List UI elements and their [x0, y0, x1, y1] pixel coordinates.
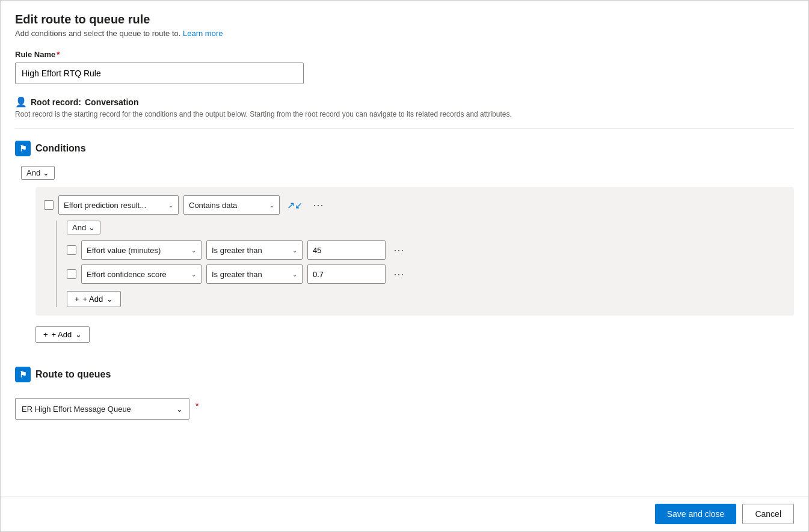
sub-field-select-2[interactable]: Effort confidence score ⌄ [81, 264, 201, 284]
sub-conditions: And ⌄ Effort value (minutes) ⌄ Is greate… [56, 221, 786, 307]
sub-condition-checkbox-1[interactable] [67, 245, 76, 255]
expand-button-top[interactable]: ↗↙ [285, 197, 305, 213]
route-to-queues-section: ⚑ Route to queues ER High Effort Message… [15, 367, 794, 420]
sub-condition-row-2: Effort confidence score ⌄ Is greater tha… [67, 264, 786, 284]
and-badge-nested[interactable]: And ⌄ [67, 221, 100, 234]
more-options-button-2[interactable]: ⋯ [390, 266, 407, 283]
footer-bar: Save and close Cancel [1, 496, 808, 531]
divider [15, 128, 794, 129]
root-record-desc: Root record is the starting record for t… [15, 110, 794, 118]
chevron-down-icon: ⌄ [269, 202, 274, 209]
route-section-header: ⚑ Route to queues [15, 367, 794, 382]
sub-condition-row-1: Effort value (minutes) ⌄ Is greater than… [67, 240, 786, 260]
field-select-top[interactable]: Effort prediction result... ⌄ [58, 195, 179, 215]
operator-select-top[interactable]: Contains data ⌄ [183, 195, 280, 215]
plus-icon: + [75, 295, 79, 304]
queue-select-row: ER High Effort Message Queue ⌄ * [15, 392, 794, 420]
condition-group: Effort prediction result... ⌄ Contains d… [35, 187, 794, 316]
rule-name-label: Rule Name* [15, 50, 794, 59]
sub-operator-select-2[interactable]: Is greater than ⌄ [206, 264, 303, 284]
page-subtitle: Add conditions and select the queue to r… [15, 29, 794, 38]
conditions-section-header: ⚑ Conditions [15, 141, 794, 156]
condition-row-top: Effort prediction result... ⌄ Contains d… [44, 195, 786, 215]
more-options-button-top[interactable]: ⋯ [310, 197, 327, 213]
sub-condition-checkbox-2[interactable] [67, 269, 76, 279]
cancel-button[interactable]: Cancel [742, 504, 794, 524]
chevron-down-icon: ⌄ [191, 247, 196, 254]
outer-add-wrapper: + + Add ⌄ [35, 324, 794, 343]
condition-checkbox-top[interactable] [44, 200, 54, 210]
chevron-down-icon: ⌄ [168, 202, 173, 209]
chevron-down-icon: ⌄ [292, 271, 297, 278]
queue-dropdown[interactable]: ER High Effort Message Queue ⌄ [15, 398, 189, 420]
chevron-down-icon: ⌄ [43, 168, 49, 177]
chevron-down-icon: ⌄ [75, 330, 82, 339]
outer-add-button[interactable]: + + Add ⌄ [35, 326, 90, 343]
route-section-title: Route to queues [35, 369, 111, 380]
page-title: Edit route to queue rule [15, 13, 794, 26]
chevron-down-icon: ⌄ [292, 247, 297, 254]
route-icon: ⚑ [15, 367, 31, 382]
conditions-title: Conditions [35, 143, 86, 154]
queue-required-star: * [195, 401, 198, 411]
sub-value-input-1[interactable] [307, 240, 386, 260]
learn-more-link[interactable]: Learn more [183, 29, 223, 38]
more-options-button-1[interactable]: ⋯ [390, 242, 407, 258]
chevron-down-icon: ⌄ [88, 223, 95, 232]
chevron-down-icon: ⌄ [176, 405, 183, 414]
rule-name-input[interactable] [15, 63, 304, 84]
save-close-button[interactable]: Save and close [655, 504, 737, 524]
chevron-down-icon: ⌄ [106, 295, 113, 304]
plus-icon: + [43, 330, 48, 339]
and-badge-outer[interactable]: And ⌄ [21, 166, 55, 180]
root-record-icon: 👤 [15, 96, 27, 108]
sub-operator-select-1[interactable]: Is greater than ⌄ [206, 240, 303, 260]
page-wrapper: Edit route to queue rule Add conditions … [0, 0, 809, 532]
sub-field-select-1[interactable]: Effort value (minutes) ⌄ [81, 240, 201, 260]
conditions-area: And ⌄ Effort prediction result... ⌄ Cont… [21, 166, 794, 343]
conditions-icon: ⚑ [15, 141, 31, 156]
root-record-section: 👤 Root record: Conversation Root record … [15, 96, 794, 118]
chevron-down-icon: ⌄ [191, 271, 196, 278]
root-record-title: 👤 Root record: Conversation [15, 96, 794, 108]
nested-add-button[interactable]: + + Add ⌄ [67, 291, 121, 307]
sub-value-input-2[interactable] [307, 264, 386, 284]
